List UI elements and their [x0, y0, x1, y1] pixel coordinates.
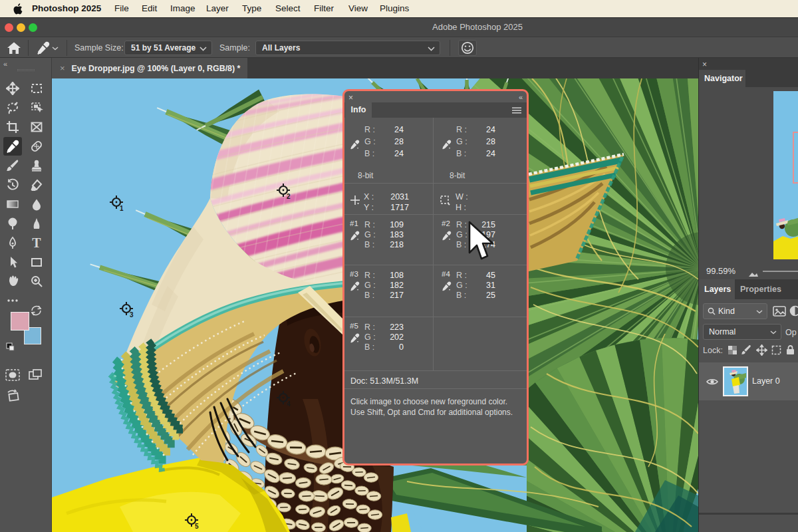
svg-text:5: 5 [195, 523, 199, 530]
svg-text:T: T [32, 236, 41, 249]
svg-text:4: 4 [287, 400, 291, 408]
svg-text:1: 1 [120, 205, 124, 212]
svg-text:2: 2 [287, 193, 291, 200]
svg-text:3: 3 [130, 311, 134, 319]
